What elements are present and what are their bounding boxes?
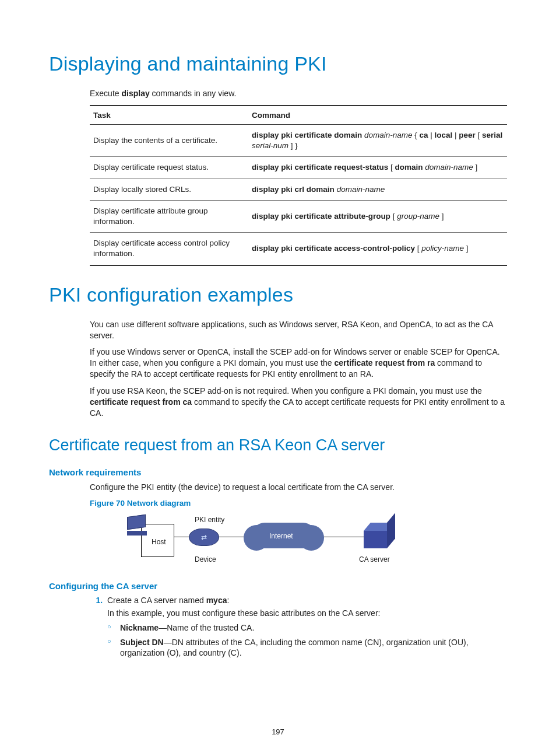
examples-p2: If you use Windows server or OpenCA, ins… <box>90 346 507 380</box>
label-internet: Internet <box>269 532 293 540</box>
table-row: Display certificate request status.displ… <box>90 157 507 178</box>
col-command: Command <box>248 106 507 125</box>
task-cell: Display certificate access control polic… <box>90 233 248 265</box>
command-cell: display pki certificate request-status [… <box>248 157 507 178</box>
command-cell: display pki certificate access-control-p… <box>248 233 507 265</box>
label-pki-entity: PKI entity <box>195 516 224 524</box>
table-row: Display certificate attribute group info… <box>90 200 507 232</box>
command-cell: display pki certificate attribute-group … <box>248 200 507 232</box>
examples-p3: If you use RSA Keon, the SCEP add-on is … <box>90 386 507 419</box>
display-commands-table: Task Command Display the contents of a c… <box>90 105 507 266</box>
heading-cert-req-rsa: Certificate request from an RSA Keon CA … <box>49 436 507 454</box>
bullet-subject-dn: Subject DN—DN attributes of the CA, incl… <box>107 637 507 659</box>
page-number: 197 <box>0 727 556 736</box>
server-icon <box>364 523 387 546</box>
task-cell: Display certificate attribute group info… <box>90 200 248 232</box>
table-row: Display locally stored CRLs.display pki … <box>90 178 507 200</box>
heading-displaying-pki: Displaying and maintaining PKI <box>49 52 507 75</box>
label-ca-server: CA server <box>359 555 390 564</box>
step-1-body: In this example, you must configure thes… <box>107 608 507 618</box>
command-cell: display pki certificate domain domain-na… <box>248 124 507 156</box>
heading-pki-examples: PKI configuration examples <box>49 284 507 306</box>
step-1: Create a CA server named myca: <box>105 596 507 605</box>
task-cell: Display the contents of a certificate. <box>90 124 248 156</box>
label-device: Device <box>195 555 216 564</box>
step-1-bullets: Nickname—Name of the trusted CA. Subject… <box>107 622 507 659</box>
table-row: Display the contents of a certificate.di… <box>90 124 507 156</box>
heading-network-req: Network requirements <box>49 467 507 477</box>
figure-caption: Figure 70 Network diagram <box>90 499 507 508</box>
command-cell: display pki crl domain domain-name <box>248 178 507 200</box>
network-req-text: Configure the PKI entity (the device) to… <box>90 482 507 493</box>
steps-list: Create a CA server named myca: <box>90 596 507 605</box>
host-icon <box>127 516 150 536</box>
bullet-nickname: Nickname—Name of the trusted CA. <box>107 622 507 634</box>
task-cell: Display certificate request status. <box>90 157 248 178</box>
table-row: Display certificate access control polic… <box>90 233 507 265</box>
heading-config-ca: Configuring the CA server <box>49 581 507 591</box>
examples-p1: You can use different software applicati… <box>90 319 507 341</box>
task-cell: Display locally stored CRLs. <box>90 178 248 200</box>
router-icon: ⇄ <box>189 528 219 546</box>
intro-paragraph: Execute display commands in any view. <box>90 88 507 99</box>
network-diagram: ⇄ PKI entity Host Device Internet CA ser… <box>90 512 416 568</box>
label-host: Host <box>152 538 166 546</box>
col-task: Task <box>90 106 248 125</box>
